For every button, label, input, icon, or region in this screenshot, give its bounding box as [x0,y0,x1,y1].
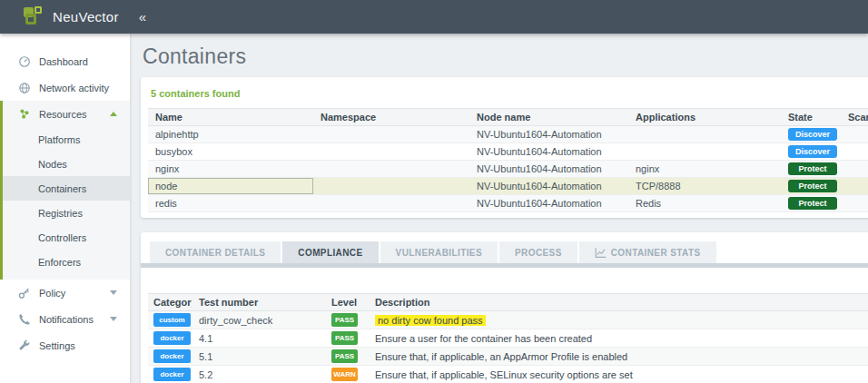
table-row[interactable]: busybox NV-Ubuntu1604-Automation Discove… [148,143,868,161]
category-badge: docker [153,368,191,381]
cell-category: docker [148,349,192,363]
tab-compliance[interactable]: COMPLIANCE [282,241,378,263]
cell-name: busybox [148,146,313,157]
cell-test-number: dirty_cow_check [192,315,328,326]
cell-node-name: NV-Ubuntu1604-Automation [469,198,628,209]
cell-test-number: 5.2 [192,369,328,380]
sidebar-item-label: Resources [39,109,87,120]
cell-state: Discover [784,145,841,158]
tab-container-stats[interactable]: CONTAINER STATS [579,241,716,263]
sidebar: Dashboard Network activity Resources Pla… [0,34,130,383]
state-badge: Protect [788,162,837,175]
sidebar-item-label: Dashboard [39,56,88,67]
sidebar-item-dashboard[interactable]: Dashboard [0,48,130,74]
cell-test-number: 5.1 [192,351,328,362]
compliance-row[interactable]: custom dirty_cow_check PASS no dirty cow… [148,311,868,329]
column-header-name[interactable]: Name [148,112,313,123]
column-header-namespace[interactable]: Namespace [313,112,469,123]
tab-container-details[interactable]: CONTAINER DETAILS [150,241,281,263]
cell-description: Ensure that, if applicable, an AppArmor … [364,351,868,362]
sidebar-item-policy[interactable]: Policy [0,280,130,306]
cell-applications: Redis [628,198,784,209]
sidebar-subitem-label: Nodes [38,159,67,170]
sidebar-item-network-activity[interactable]: Network activity [0,74,130,101]
cell-state: Protect [784,180,841,192]
sidebar-item-label: Settings [39,340,75,351]
cell-name: redis [148,198,313,209]
top-bar: NeuVector « [0,0,868,34]
table-row[interactable]: redis NV-Ubuntu1604-Automation Redis Pro… [148,195,868,212]
cell-category: docker [148,368,192,381]
highlighted-description: no dirty cow found pass [375,315,486,326]
sidebar-item-enforcers[interactable]: Enforcers [3,250,130,274]
cluster-icon [18,108,31,121]
column-header-scan[interactable]: Scan [841,112,868,123]
sidebar-item-notifications[interactable]: Notifications [0,306,130,332]
sidebar-item-platforms[interactable]: Platforms [3,127,130,152]
cell-description: Ensure that, if applicable, SELinux secu… [364,369,868,380]
chevron-down-icon [110,317,117,321]
sidebar-subitem-label: Containers [38,183,86,194]
level-badge: PASS [331,331,358,345]
containers-table: Name Namespace Node name Applications St… [148,108,868,212]
column-header-applications[interactable]: Applications [628,112,784,123]
sidebar-item-settings[interactable]: Settings [0,332,130,358]
brand-title: NeuVector [53,9,119,25]
sidebar-item-registries[interactable]: Registries [3,201,130,225]
level-badge: PASS [331,313,358,327]
cell-name: alpinehttp [148,129,313,140]
dashboard-icon [18,55,31,68]
state-badge: Discover [788,128,837,141]
sidebar-group-resources: Resources Platforms Nodes Containers Reg… [0,101,130,280]
cell-applications: nginx [628,163,784,174]
sidebar-collapse-button[interactable]: « [139,9,146,25]
compliance-table-header: Category Test number Level Description [148,293,868,311]
cell-category: docker [148,331,192,345]
tabs-underline [141,263,868,268]
column-header-state[interactable]: State [784,112,841,123]
sidebar-subitem-label: Enforcers [38,257,81,268]
column-header-description[interactable]: Description [364,297,868,308]
state-badge: Protect [788,180,837,192]
cell-test-number: 4.1 [192,333,328,344]
cell-level: PASS [328,313,364,327]
sidebar-item-label: Notifications [39,314,94,325]
compliance-table: Category Test number Level Description c… [148,293,868,383]
cell-node-name: NV-Ubuntu1604-Automation [469,181,628,192]
category-badge: docker [153,331,191,345]
wrench-icon [18,339,31,352]
state-badge: Discover [788,145,837,158]
table-row-selected[interactable]: node NV-Ubuntu1604-Automation TCP/8888 P… [148,178,868,195]
phone-icon [18,313,31,326]
detail-card: CONTAINER DETAILS COMPLIANCE VULNERABILI… [141,232,868,383]
compliance-row[interactable]: docker 4.1 PASS Ensure a user for the co… [148,329,868,348]
column-header-category[interactable]: Category [148,297,192,308]
sidebar-item-nodes[interactable]: Nodes [3,152,130,176]
containers-table-header: Name Namespace Node name Applications St… [148,108,868,126]
cell-node-name: NV-Ubuntu1604-Automation [469,163,628,174]
cell-state: Protect [784,162,841,175]
tab-vulnerabilities[interactable]: VULNERABILITIES [380,241,498,263]
compliance-row[interactable]: docker 5.1 PASS Ensure that, if applicab… [148,348,868,366]
sidebar-item-containers[interactable]: Containers [3,176,130,201]
key-icon [18,287,31,300]
containers-count-label: 5 containers found [151,88,868,99]
column-header-node-name[interactable]: Node name [469,112,628,123]
column-header-level[interactable]: Level [328,297,364,308]
cell-category: custom [148,313,192,327]
column-header-test-number[interactable]: Test number [192,297,328,308]
cell-level: PASS [328,349,364,363]
neuvector-logo-icon [24,6,44,27]
globe-icon [18,82,31,94]
compliance-row[interactable]: docker 5.2 WARN Ensure that, if applicab… [148,366,868,383]
cell-node-name: NV-Ubuntu1604-Automation [469,146,628,157]
cell-level: PASS [328,331,364,345]
category-badge: custom [153,313,191,327]
tab-process[interactable]: PROCESS [499,241,577,263]
table-row[interactable]: nginx NV-Ubuntu1604-Automation nginx Pro… [148,161,868,178]
sidebar-subitem-label: Registries [38,208,83,219]
category-badge: docker [153,349,191,363]
sidebar-item-resources[interactable]: Resources [3,101,130,127]
sidebar-item-controllers[interactable]: Controllers [3,225,130,250]
table-row[interactable]: alpinehttp NV-Ubuntu1604-Automation Disc… [148,126,868,143]
